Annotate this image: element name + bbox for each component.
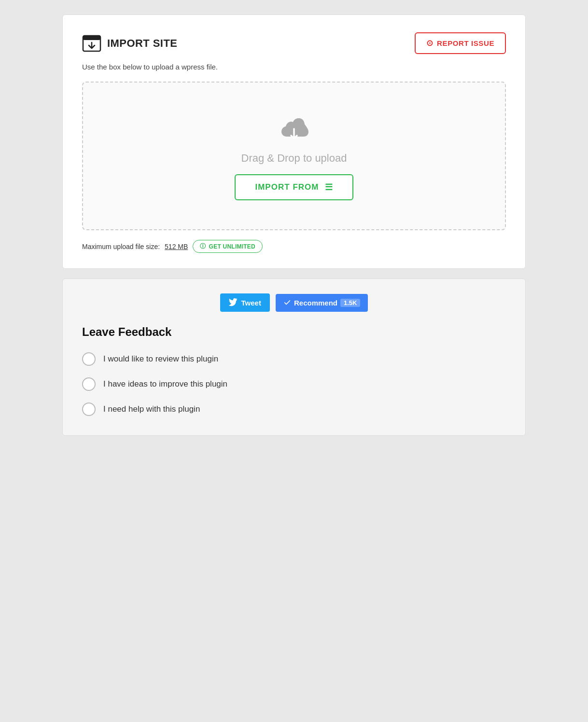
radio-ideas[interactable] (82, 377, 96, 391)
drop-zone[interactable]: Drag & Drop to upload IMPORT FROM ☰ (82, 82, 506, 230)
report-issue-label: REPORT ISSUE (437, 39, 494, 47)
radio-review[interactable] (82, 352, 96, 366)
menu-lines-icon: ☰ (325, 182, 333, 193)
drag-drop-text: Drag & Drop to upload (241, 152, 347, 165)
file-size-info: Maximum upload file size: 512 MB ⓘ GET U… (82, 240, 506, 253)
feedback-card: Tweet Recommend 1.5K Leave Feedback I wo… (62, 278, 526, 436)
import-site-icon (82, 34, 101, 53)
tweet-button[interactable]: Tweet (220, 293, 270, 312)
tweet-label: Tweet (241, 299, 261, 307)
recommend-button[interactable]: Recommend 1.5K (276, 294, 368, 312)
twitter-icon (229, 298, 238, 307)
import-from-label: IMPORT FROM (255, 182, 319, 192)
feedback-option-ideas[interactable]: I have ideas to improve this plugin (82, 377, 506, 391)
report-issue-button[interactable]: ⊙ REPORT ISSUE (415, 32, 506, 54)
feedback-options: I would like to review this plugin I hav… (82, 352, 506, 416)
feedback-option-help-label: I need help with this plugin (103, 404, 200, 414)
import-header: IMPORT SITE ⊙ REPORT ISSUE (82, 32, 506, 54)
feedback-option-ideas-label: I have ideas to improve this plugin (103, 379, 227, 389)
recommend-count: 1.5K (340, 299, 360, 307)
get-unlimited-label: GET UNLIMITED (209, 243, 255, 250)
file-size-value: 512 MB (165, 243, 188, 250)
import-subtitle: Use the box below to upload a wpress fil… (82, 63, 506, 71)
feedback-option-review[interactable]: I would like to review this plugin (82, 352, 506, 366)
info-circle-icon: ⓘ (200, 242, 206, 250)
feedback-option-review-label: I would like to review this plugin (103, 354, 218, 364)
cloud-upload-icon (275, 111, 313, 142)
feedback-option-help[interactable]: I need help with this plugin (82, 403, 506, 416)
page-wrapper: IMPORT SITE ⊙ REPORT ISSUE Use the box b… (62, 14, 526, 436)
import-from-button[interactable]: IMPORT FROM ☰ (235, 174, 353, 200)
import-card: IMPORT SITE ⊙ REPORT ISSUE Use the box b… (62, 14, 526, 269)
recommend-label: Recommend (294, 299, 337, 307)
alert-circle-icon: ⊙ (426, 38, 434, 48)
import-title: IMPORT SITE (82, 34, 177, 53)
radio-help[interactable] (82, 403, 96, 416)
import-site-title: IMPORT SITE (107, 37, 177, 50)
file-size-label: Maximum upload file size: (82, 243, 160, 250)
svg-rect-1 (83, 36, 100, 40)
social-buttons: Tweet Recommend 1.5K (82, 293, 506, 312)
feedback-title: Leave Feedback (82, 325, 506, 339)
get-unlimited-button[interactable]: ⓘ GET UNLIMITED (193, 240, 263, 253)
checkmark-icon (283, 299, 291, 306)
